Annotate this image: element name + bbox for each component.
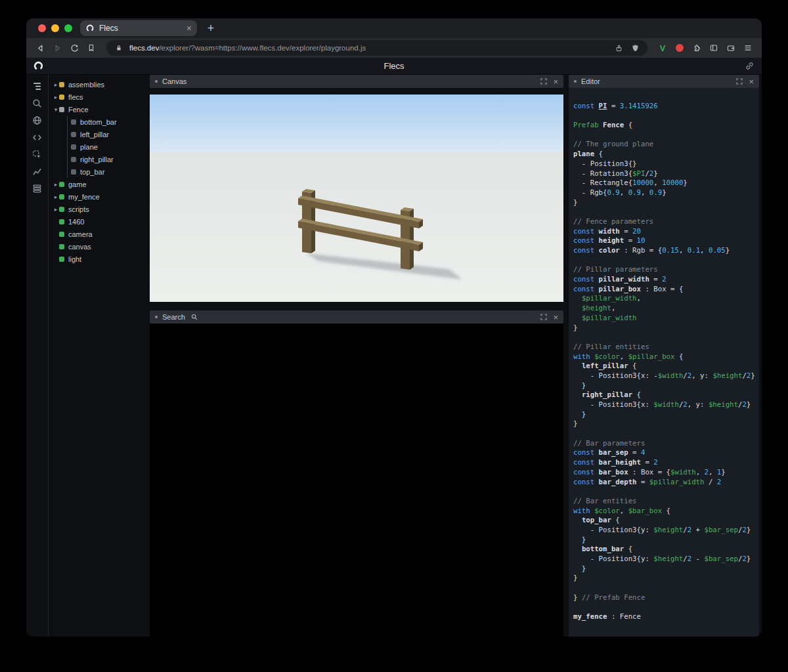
tree-item-assemblies[interactable]: ▸assemblies — [49, 78, 146, 91]
code-line: const bar_sep = 4 — [573, 448, 759, 458]
code-line — [573, 92, 759, 102]
code-line: top_bar { — [573, 516, 759, 526]
tree-item-plane[interactable]: plane — [49, 140, 146, 153]
code-line: } // Prefab Fence — [573, 593, 759, 603]
share-link-icon[interactable] — [745, 61, 755, 72]
entity-tree: ▸assemblies▸flecs▾Fencebottom_barleft_pi… — [49, 75, 146, 637]
search-expand-icon[interactable] — [540, 314, 547, 320]
code-line: - Rotation3{$PI/2} — [573, 169, 759, 179]
code-line — [573, 111, 759, 121]
minimize-window-button[interactable] — [51, 24, 59, 32]
tree-item-scripts[interactable]: ▸scripts — [49, 203, 146, 215]
search-close-icon[interactable]: × — [553, 313, 558, 322]
entity-color-swatch — [59, 232, 64, 237]
new-tab-button[interactable]: + — [204, 22, 218, 35]
canvas-3d-viewport[interactable] — [150, 94, 563, 302]
tree-item-bottom_bar[interactable]: bottom_bar — [49, 116, 146, 128]
tree-connector-line — [67, 153, 68, 165]
code-icon[interactable] — [32, 132, 43, 143]
expand-arrow-icon[interactable]: ▸ — [53, 194, 59, 200]
desktop-background: Flecs × + flecs.dev/explor — [0, 0, 788, 672]
entity-color-swatch — [59, 194, 64, 200]
editor-panel: Editor × const PI = 3.1415926 Prefab Fen… — [569, 75, 759, 637]
entity-color-swatch — [71, 144, 76, 150]
bookmark-icon[interactable] — [84, 41, 98, 55]
reload-button[interactable] — [67, 41, 81, 55]
extensions-puzzle-icon[interactable] — [690, 41, 704, 55]
editor-panel-header: Editor × — [569, 75, 759, 88]
share-icon[interactable] — [613, 42, 624, 54]
app-body: ▸assemblies▸flecs▾Fencebottom_barleft_pi… — [26, 75, 762, 637]
tree-item-canvas[interactable]: canvas — [49, 240, 146, 253]
shield-icon[interactable] — [629, 42, 641, 54]
extension-v-icon[interactable]: V — [655, 41, 670, 55]
tree-item-my_fence[interactable]: ▸my_fence — [49, 190, 146, 203]
tree-item-left_pillar[interactable]: left_pillar — [49, 128, 146, 140]
collapse-arrow-icon[interactable]: ▾ — [53, 106, 59, 113]
editor-panel-title: Editor — [581, 77, 600, 85]
tree-item-right_pillar[interactable]: right_pillar — [49, 153, 146, 165]
back-button[interactable] — [33, 41, 47, 55]
canvas-panel-header: Canvas × — [150, 75, 563, 88]
code-line — [573, 256, 759, 266]
script-editor[interactable]: const PI = 3.1415926 Prefab Fence { // T… — [569, 88, 759, 637]
tab-close-icon[interactable]: × — [186, 24, 192, 33]
code-line: Prefab Fence { — [573, 121, 759, 131]
url-text: flecs.dev/explorer/?wasm=https://www.fle… — [129, 44, 608, 52]
tree-connector-line — [67, 140, 68, 153]
world-icon[interactable] — [32, 115, 43, 126]
tree-item-top_bar[interactable]: top_bar — [49, 165, 146, 178]
search-icon[interactable] — [32, 98, 43, 109]
code-line: bottom_bar { — [573, 545, 759, 555]
entity-color-swatch — [71, 119, 76, 125]
tree-connector-line — [67, 116, 68, 128]
tree-item-label: Fence — [68, 106, 89, 114]
hierarchy-icon[interactable] — [32, 81, 43, 92]
tree-item-flecs[interactable]: ▸flecs — [49, 91, 146, 103]
code-line: const color : Rgb = {0.15, 0.1, 0.05} — [573, 246, 759, 256]
expand-arrow-icon[interactable]: ▸ — [53, 94, 59, 100]
menu-icon[interactable] — [741, 41, 755, 55]
editor-expand-icon[interactable] — [736, 78, 743, 85]
flecs-logo-icon[interactable] — [33, 60, 44, 72]
sidebar-toggle-icon[interactable] — [707, 41, 721, 55]
sky — [150, 94, 563, 154]
extension-red-icon[interactable] — [672, 41, 687, 55]
canvas-close-icon[interactable]: × — [553, 77, 558, 86]
tree-item-Fence[interactable]: ▾Fence — [49, 103, 146, 116]
wallet-icon[interactable] — [724, 41, 738, 55]
tree-item-label: light — [68, 255, 81, 263]
code-line: - Rectangle{10000, 10000} — [573, 178, 759, 188]
canvas-expand-icon[interactable] — [540, 78, 547, 85]
search-results-area — [150, 324, 563, 637]
forward-button[interactable] — [50, 41, 64, 55]
url-domain: flecs.dev — [129, 44, 159, 52]
entity-color-swatch — [71, 132, 76, 137]
stats-icon[interactable] — [32, 166, 43, 177]
code-line: const bar_height = 2 — [573, 458, 759, 468]
code-line: with $color, $bar_box { — [573, 507, 759, 516]
editor-close-icon[interactable]: × — [749, 77, 754, 86]
tree-item-game[interactable]: ▸game — [49, 178, 146, 190]
expand-arrow-icon[interactable]: ▸ — [53, 206, 59, 213]
code-line: } — [573, 324, 759, 333]
zoom-window-button[interactable] — [64, 24, 72, 32]
code-line: const bar_depth = $pillar_width / 2 — [573, 478, 759, 488]
inspect-icon[interactable] — [32, 149, 43, 160]
code-line: const bar_box : Box = {$width, 2, 1} — [573, 468, 759, 478]
close-window-button[interactable] — [38, 24, 46, 32]
search-magnifier-icon — [191, 314, 198, 320]
browser-tab-flecs[interactable]: Flecs × — [80, 20, 197, 36]
tree-item-label: 1460 — [68, 218, 84, 226]
code-line: } — [573, 381, 759, 391]
address-bar[interactable]: flecs.dev/explorer/?wasm=https://www.fle… — [106, 40, 647, 56]
tree-item-light[interactable]: light — [49, 253, 146, 265]
entity-color-swatch — [59, 257, 64, 262]
expand-arrow-icon[interactable]: ▸ — [53, 181, 59, 188]
tree-item-label: plane — [80, 143, 98, 151]
rows-icon[interactable] — [32, 183, 43, 194]
code-line: - Position3{x: $width/2, y: $height/2} — [573, 400, 759, 410]
tree-item-1460[interactable]: 1460 — [49, 215, 146, 228]
tree-item-camera[interactable]: camera — [49, 228, 146, 240]
expand-arrow-icon[interactable]: ▸ — [53, 81, 59, 88]
